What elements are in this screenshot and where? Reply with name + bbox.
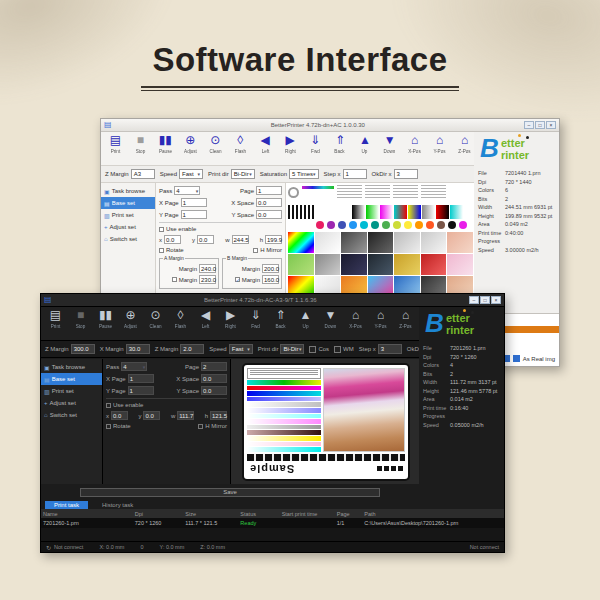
- sidebar-item[interactable]: ⌂ Switch set: [41, 409, 102, 421]
- field-input[interactable]: 1▾: [128, 374, 154, 383]
- toolbar-button[interactable]: ⊕ Adjust: [118, 308, 143, 339]
- setting-value[interactable]: 300.0▾: [71, 344, 95, 354]
- toolbar-button[interactable]: ◀ Left: [193, 308, 218, 339]
- coord-input[interactable]: 111.7: [177, 411, 194, 420]
- margin-input[interactable]: 230.0: [199, 275, 216, 284]
- margin-checkbox[interactable]: [172, 277, 177, 282]
- task-tab[interactable]: Print task: [45, 501, 88, 509]
- toolbar-button[interactable]: ⇓ Fwd: [303, 133, 328, 164]
- toolbar-button[interactable]: ▶ Right: [218, 308, 243, 339]
- mirror-checkbox[interactable]: [198, 424, 203, 429]
- coord-input[interactable]: 0.0: [111, 411, 128, 420]
- setting-value[interactable]: 5 Times▾: [289, 169, 319, 179]
- use-enable-checkbox[interactable]: [106, 403, 111, 408]
- coord-input[interactable]: 0.0: [143, 411, 160, 420]
- sidebar-item[interactable]: ▤ Base set: [41, 373, 102, 385]
- sidebar-item[interactable]: ▥ Print set: [101, 209, 155, 221]
- window-control-button[interactable]: □: [480, 296, 490, 304]
- field-input[interactable]: 1: [256, 186, 282, 195]
- setting-value[interactable]: Bi-Dir▾: [280, 344, 304, 354]
- window-control-button[interactable]: ×: [491, 296, 501, 304]
- sidebar-item[interactable]: ▣ Task browse: [101, 185, 155, 197]
- toolbar-button[interactable]: ▮▮ Pause: [153, 133, 178, 164]
- toolbar-button[interactable]: ◊ Flash: [228, 133, 253, 164]
- task-tab[interactable]: History task: [93, 501, 142, 509]
- titlebar[interactable]: ▤ BetterPrinter 4.72b-dn+AC 1.0.0.30 –□×: [101, 119, 559, 132]
- coord-input[interactable]: 0.0: [164, 235, 181, 244]
- toolbar-button[interactable]: ■ Stop: [68, 308, 93, 339]
- sidebar-item[interactable]: ⌂ Switch set: [101, 233, 155, 245]
- sidebar-item[interactable]: ▤ Base set: [101, 197, 155, 209]
- toolbar-button[interactable]: ▤ Print: [43, 308, 68, 339]
- refresh-icon[interactable]: ↻: [46, 544, 51, 551]
- field-input[interactable]: 0.0: [201, 374, 227, 383]
- margin-checkbox[interactable]: [235, 277, 240, 282]
- view-option-icon[interactable]: [513, 355, 520, 362]
- sidebar-item[interactable]: + Adjust set: [101, 221, 155, 233]
- field-input[interactable]: 4▾: [174, 186, 200, 195]
- field-input[interactable]: 0.0: [201, 386, 227, 395]
- toolbar-button[interactable]: ◊ Flash: [168, 308, 193, 339]
- toolbar-button[interactable]: ⇑ Back: [268, 308, 293, 339]
- margin-input[interactable]: 240.0: [199, 264, 216, 273]
- toolbar-button[interactable]: ▶ Right: [278, 133, 303, 164]
- window-control-button[interactable]: ×: [546, 121, 556, 129]
- coord-input[interactable]: 244.5: [232, 235, 249, 244]
- setting-value[interactable]: 3▾: [394, 169, 418, 179]
- toolbar-button[interactable]: ⇓ Fwd: [243, 308, 268, 339]
- toolbar-button[interactable]: ⌂ X-Pos: [343, 308, 368, 339]
- field-input[interactable]: 4▾: [121, 362, 147, 371]
- setting-value[interactable]: A3▾: [131, 169, 155, 179]
- print-preview-canvas[interactable]: Sample: [231, 359, 421, 484]
- field-input[interactable]: 1▾: [181, 210, 207, 219]
- coord-input[interactable]: 0.0: [197, 235, 214, 244]
- toolbar-button[interactable]: ▲ Up: [352, 133, 377, 164]
- margin-input[interactable]: 160.0: [262, 275, 279, 284]
- toolbar-button[interactable]: ◀ Left: [253, 133, 278, 164]
- setting-value[interactable]: 1▾: [343, 169, 367, 179]
- titlebar[interactable]: ▤ BetterPrinter 4.72b-dn-AC-A3-9/T 1.1.6…: [41, 294, 504, 307]
- use-enable-checkbox[interactable]: [159, 227, 164, 232]
- setting-value[interactable]: 2.0▾: [180, 344, 204, 354]
- toolbar-button[interactable]: ▮▮ Pause: [93, 308, 118, 339]
- field-input[interactable]: 0.0: [256, 210, 282, 219]
- toolbar-button[interactable]: ⌂ Y-Pos: [427, 133, 452, 164]
- setting-value[interactable]: Fast▾: [229, 344, 253, 354]
- margin-input[interactable]: 200.0: [262, 264, 279, 273]
- window-control-button[interactable]: □: [535, 121, 545, 129]
- toolbar-button[interactable]: ▤ Print: [103, 133, 128, 164]
- sidebar-item[interactable]: ▥ Print set: [41, 385, 102, 397]
- setting-value[interactable]: Fast▾: [179, 169, 203, 179]
- toolbar-button[interactable]: ⊙ Clean: [143, 308, 168, 339]
- coord-input[interactable]: 121.5: [210, 411, 227, 420]
- field-input[interactable]: 1▾: [181, 198, 207, 207]
- coord-input[interactable]: 199.9: [265, 235, 282, 244]
- setting-value[interactable]: 30.0▾: [126, 344, 150, 354]
- window-control-button[interactable]: –: [469, 296, 479, 304]
- sidebar-item-label: Task browse: [112, 188, 145, 194]
- toolbar-button[interactable]: ⊙ Clean: [203, 133, 228, 164]
- setting-value[interactable]: Bi-Dir▾: [231, 169, 255, 179]
- toolbar-button[interactable]: ▼ Down: [318, 308, 343, 339]
- toolbar-button[interactable]: ⌂ Y-Pos: [368, 308, 393, 339]
- toolbar-button[interactable]: ⊕ Adjust: [178, 133, 203, 164]
- mirror-checkbox[interactable]: [253, 248, 258, 253]
- info-row: Width 111.72 mm 3137 pt: [423, 379, 500, 385]
- field-input[interactable]: 0.0: [256, 198, 282, 207]
- toolbar-button[interactable]: ■ Stop: [128, 133, 153, 164]
- toolbar-button[interactable]: ⇑ Back: [327, 133, 352, 164]
- sidebar-item[interactable]: ▣ Task browse: [41, 361, 102, 373]
- save-button[interactable]: Save: [80, 488, 380, 497]
- setting-value[interactable]: 3▾: [378, 344, 402, 354]
- sidebar-item[interactable]: + Adjust set: [41, 397, 102, 409]
- task-table-row[interactable]: 7201260-1.prn 720 * 1260 111.7 * 121.5 R…: [41, 518, 504, 528]
- toolbar-button[interactable]: ▲ Up: [293, 308, 318, 339]
- toolbar-button[interactable]: ⌂ Z-Pos: [393, 308, 418, 339]
- toolbar-button[interactable]: ⌂ X-Pos: [402, 133, 427, 164]
- window-control-button[interactable]: –: [524, 121, 534, 129]
- field-input[interactable]: 1▾: [128, 386, 154, 395]
- toolbar-button[interactable]: ▼ Down: [377, 133, 402, 164]
- rotate-checkbox[interactable]: [159, 248, 164, 253]
- field-input[interactable]: 2: [201, 362, 227, 371]
- rotate-checkbox[interactable]: [106, 424, 111, 429]
